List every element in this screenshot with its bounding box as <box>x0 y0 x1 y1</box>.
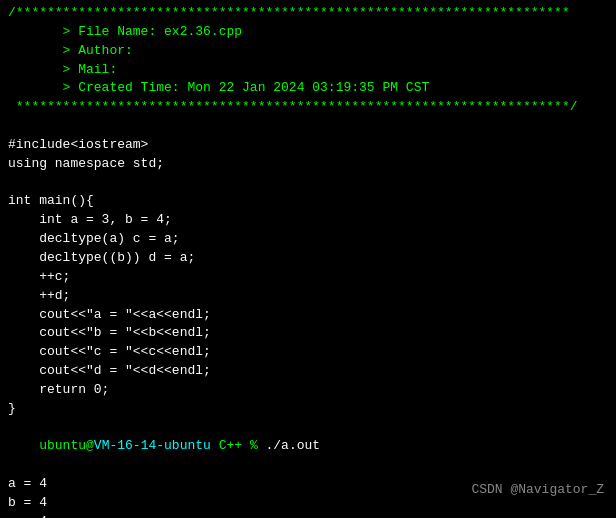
decltype-c: decltype(a) c = a; <box>8 230 608 249</box>
comment-line-3: > Author: <box>8 42 608 61</box>
prompt-user: ubuntu <box>39 438 86 453</box>
watermark: CSDN @Navigator_Z <box>471 481 604 500</box>
return-line: return 0; <box>8 381 608 400</box>
inc-d: ++d; <box>8 287 608 306</box>
cout-c: cout<<"c = "<<c<<endl; <box>8 343 608 362</box>
int-ab: int a = 3, b = 4; <box>8 211 608 230</box>
include-line: #include<iostream> <box>8 136 608 155</box>
blank-1 <box>8 117 608 136</box>
prompt-line: ubuntu@VM-16-14-ubuntu C++ % ./a.out <box>8 419 608 476</box>
cout-a: cout<<"a = "<<a<<endl; <box>8 306 608 325</box>
cout-b: cout<<"b = "<<b<<endl; <box>8 324 608 343</box>
comment-line-6: ****************************************… <box>8 98 608 117</box>
prompt-host: VM-16-14-ubuntu <box>94 438 211 453</box>
comment-line-4: > Mail: <box>8 61 608 80</box>
main-open: int main(){ <box>8 192 608 211</box>
decltype-d: decltype((b)) d = a; <box>8 249 608 268</box>
main-close: } <box>8 400 608 419</box>
terminal-window: /***************************************… <box>0 0 616 518</box>
namespace-line: using namespace std; <box>8 155 608 174</box>
comment-line-2: > File Name: ex2.36.cpp <box>8 23 608 42</box>
cout-d: cout<<"d = "<<d<<endl; <box>8 362 608 381</box>
inc-c: ++c; <box>8 268 608 287</box>
prompt-command: ./a.out <box>258 438 320 453</box>
prompt-lang: C++ <box>211 438 250 453</box>
prompt-percent: % <box>250 438 258 453</box>
blank-2 <box>8 174 608 193</box>
prompt-at: @ <box>86 438 94 453</box>
comment-line-1: /***************************************… <box>8 4 608 23</box>
output-c: c = 4 <box>8 513 608 518</box>
comment-line-5: > Created Time: Mon 22 Jan 2024 03:19:35… <box>8 79 608 98</box>
